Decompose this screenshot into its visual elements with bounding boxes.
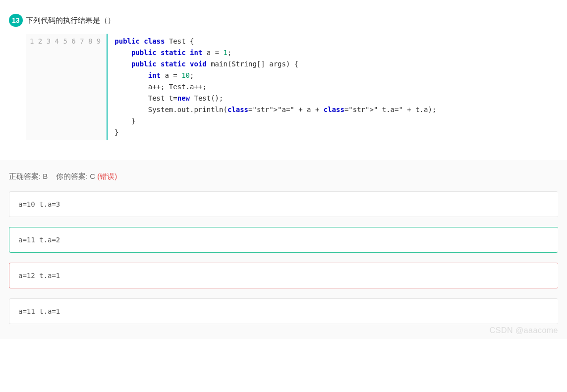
option-d[interactable]: a=11 t.a=1 [9,298,558,324]
code-container: 1 2 3 4 5 6 7 8 9 public class Test { pu… [26,34,558,140]
code-block: public class Test { public static int a … [108,34,443,140]
answer-section: 正确答案: B 你的答案: C (错误) a=10 t.a=3a=11 t.a=… [0,160,567,339]
correct-answer-label: 正确答案: B [9,172,48,180]
answer-header: 正确答案: B 你的答案: C (错误) [9,172,558,181]
question-text: 下列代码的执行结果是（） [26,16,115,25]
wrong-indicator: (错误) [97,172,117,180]
line-numbers: 1 2 3 4 5 6 7 8 9 [26,34,108,140]
options-list: a=10 t.a=3a=11 t.a=2a=12 t.a=1a=11 t.a=1 [9,191,558,324]
option-b[interactable]: a=11 t.a=2 [9,227,558,253]
question-number-badge: 13 [9,14,23,27]
watermark: CSDN @aaacome [490,326,558,335]
option-a[interactable]: a=10 t.a=3 [9,191,558,217]
option-c[interactable]: a=12 t.a=1 [9,263,558,288]
your-answer-label: 你的答案: C [56,172,95,180]
question-header: 13 下列代码的执行结果是（） [9,14,558,27]
question-section: 13 下列代码的执行结果是（） 1 2 3 4 5 6 7 8 9 public… [0,0,567,160]
